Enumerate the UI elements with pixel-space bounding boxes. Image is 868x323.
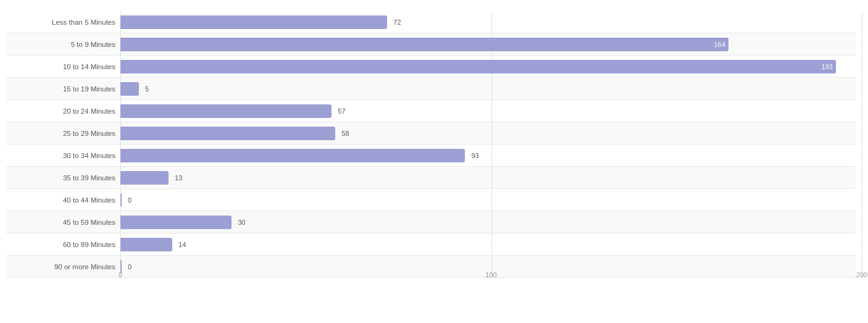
bar-fill — [120, 193, 122, 207]
grid-line — [491, 122, 492, 144]
bars-area: Less than 5 Minutes725 to 9 Minutes16410… — [6, 11, 856, 269]
bar-value: 30 — [238, 219, 245, 226]
grid-line — [862, 233, 862, 255]
bar-label: 15 to 19 Minutes — [6, 85, 120, 93]
bar-label: 40 to 44 Minutes — [6, 196, 120, 204]
grid-line — [491, 189, 492, 211]
grid-line — [491, 11, 492, 33]
grid-line — [491, 233, 492, 255]
bar-value: 93 — [471, 152, 478, 159]
bar-row: 10 to 14 Minutes193 — [6, 56, 856, 78]
bar-value: 5 — [145, 85, 149, 93]
grid-line — [862, 167, 862, 188]
bar-row: 30 to 34 Minutes93 — [6, 145, 856, 167]
chart-container: Less than 5 Minutes725 to 9 Minutes16410… — [0, 0, 868, 323]
grid-line — [862, 122, 862, 144]
bar-track: 13 — [120, 167, 856, 188]
bar-value: 58 — [341, 130, 349, 137]
bar-fill: 164 — [120, 38, 728, 51]
grid-line — [862, 11, 862, 33]
bar-fill — [120, 171, 169, 185]
bar-value: 72 — [393, 19, 401, 26]
bar-label: 5 to 9 Minutes — [6, 41, 120, 48]
bar-value: 57 — [338, 107, 345, 115]
grid-line — [491, 211, 492, 233]
bar-row: 5 to 9 Minutes164 — [6, 33, 856, 56]
bar-label: Less than 5 Minutes — [6, 19, 120, 26]
bar-row: 40 to 44 Minutes0 — [6, 189, 856, 211]
bar-track: 58 — [120, 122, 856, 144]
x-axis: 0100200 — [120, 271, 856, 283]
bar-value: 0 — [128, 263, 131, 271]
bar-track: 5 — [120, 78, 856, 99]
grid-line — [862, 189, 862, 211]
bar-fill — [120, 149, 465, 162]
bar-track: 93 — [120, 145, 856, 166]
bar-row: 20 to 24 Minutes57 — [6, 100, 856, 122]
x-axis-tick: 0 — [119, 271, 122, 279]
bar-fill — [120, 104, 332, 118]
bar-track: 0 — [120, 189, 856, 211]
bar-track: 30 — [120, 211, 856, 233]
bar-value: 164 — [714, 41, 728, 48]
grid-line — [862, 145, 862, 166]
bar-track: 193 — [120, 56, 856, 77]
bar-track: 72 — [120, 11, 856, 33]
grid-line — [862, 78, 862, 99]
bar-row: 15 to 19 Minutes5 — [6, 78, 856, 100]
bar-fill — [120, 238, 172, 251]
bar-track: 164 — [120, 33, 856, 55]
bar-label: 30 to 34 Minutes — [6, 152, 120, 159]
bar-fill — [120, 127, 335, 140]
grid-line — [862, 56, 862, 77]
bar-value: 14 — [178, 241, 186, 248]
x-axis-tick: 100 — [485, 271, 496, 279]
bar-label: 60 to 89 Minutes — [6, 241, 120, 248]
bar-label: 20 to 24 Minutes — [6, 107, 120, 115]
bar-track: 57 — [120, 100, 856, 122]
grid-line — [862, 211, 862, 233]
grid-line — [862, 100, 862, 122]
grid-line — [491, 167, 492, 188]
grid-line — [862, 33, 862, 55]
grid-line — [491, 145, 492, 166]
bar-row: Less than 5 Minutes72 — [6, 11, 856, 33]
bar-label: 90 or more Minutes — [6, 263, 120, 271]
bar-row: 25 to 29 Minutes58 — [6, 122, 856, 145]
bar-row: 45 to 59 Minutes30 — [6, 211, 856, 233]
bar-fill — [120, 82, 139, 96]
bar-value: 193 — [822, 63, 836, 70]
bar-row: 35 to 39 Minutes13 — [6, 167, 856, 189]
bar-fill — [120, 216, 232, 229]
grid-line — [491, 78, 492, 99]
bar-value: 13 — [175, 174, 182, 182]
bar-label: 35 to 39 Minutes — [6, 174, 120, 182]
grid-line — [491, 100, 492, 122]
x-axis-tick: 200 — [856, 271, 867, 279]
bar-label: 25 to 29 Minutes — [6, 130, 120, 137]
bar-row: 60 to 89 Minutes14 — [6, 233, 856, 256]
bar-fill — [120, 15, 387, 29]
bar-value: 0 — [128, 196, 131, 204]
bar-label: 45 to 59 Minutes — [6, 219, 120, 226]
bar-track: 14 — [120, 233, 856, 255]
bar-label: 10 to 14 Minutes — [6, 63, 120, 70]
bar-fill: 193 — [120, 60, 836, 73]
